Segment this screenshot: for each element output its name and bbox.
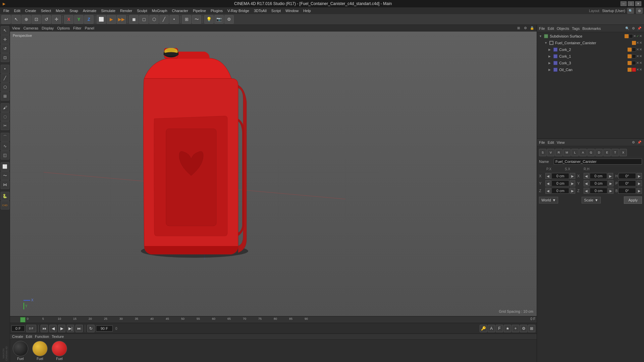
y-size-spin-up[interactable]: ▶ — [608, 180, 613, 186]
z-size-spin-up[interactable]: ▶ — [608, 188, 613, 194]
attr-l-btn[interactable]: L — [571, 149, 579, 156]
vt-panel[interactable]: Panel — [85, 26, 94, 30]
tool-move[interactable]: ⊕ — [21, 15, 31, 24]
p-spin-up[interactable]: ▶ — [637, 180, 642, 186]
subdiv-color-dot[interactable] — [625, 34, 629, 38]
obj-bookmarks[interactable]: Bookmarks — [582, 26, 601, 31]
material-ball-black[interactable] — [13, 341, 28, 356]
vt-cameras[interactable]: Cameras — [23, 26, 39, 30]
model-mode[interactable]: ◼ — [129, 15, 139, 24]
next-frame-btn[interactable]: ▶| — [67, 325, 74, 332]
material-yellow[interactable]: Fuel — [32, 341, 48, 361]
tool-rotate[interactable]: ↺ — [42, 15, 51, 24]
attr-e-btn[interactable]: E — [603, 149, 611, 156]
timeline-grid-btn[interactable]: ⊞ — [528, 325, 535, 332]
close-button[interactable]: ✕ — [635, 1, 641, 6]
obj-row-subdivision[interactable]: ▼ Subdivision Surface ✕ ✓ ✕ — [538, 33, 643, 40]
left-smooth-btn[interactable]: ◌ — [1, 112, 9, 121]
obj-row-cork2[interactable]: ▶ Cork_2 ✕ ✕ — [538, 46, 643, 53]
cork2-x2-icon[interactable]: ✕ — [639, 48, 642, 52]
h-value[interactable]: 0° — [619, 173, 636, 179]
x-size-spin-down[interactable]: ◀ — [584, 173, 589, 179]
menu-create[interactable]: Create — [23, 8, 38, 13]
axis-z[interactable]: Z — [84, 15, 94, 24]
obj-row-cork1[interactable]: ▶ Cork_1 ✕ ✕ — [538, 53, 643, 60]
cork3-color-dot[interactable] — [628, 61, 632, 65]
left-polygon-btn[interactable]: ⬡ — [1, 83, 9, 92]
material-ball-red[interactable] — [52, 341, 67, 356]
cork2-x-icon[interactable]: ✕ — [636, 48, 639, 52]
tool-select[interactable]: ↖ — [11, 15, 21, 24]
current-frame-input[interactable] — [11, 325, 25, 331]
obj-row-cork3[interactable]: ▶ Cork_3 ✕ ✕ — [538, 60, 643, 66]
render-view[interactable]: ▶ — [107, 15, 116, 24]
cork2-color-dot[interactable] — [628, 48, 632, 52]
fuel-x-icon[interactable]: ✕ — [636, 41, 639, 45]
left-cinema-btn[interactable]: C4D — [1, 201, 9, 209]
obj-row-oilcan[interactable]: ▶ Oil_Can ✕ ✕ — [538, 66, 643, 73]
timeline-playhead[interactable] — [20, 317, 25, 322]
left-move-btn[interactable]: ✛ — [1, 35, 9, 44]
y-pos-value[interactable]: 0 cm — [551, 180, 569, 186]
menu-select[interactable]: Select — [39, 8, 53, 13]
frame-input-tiny[interactable]: 0 F — [26, 325, 36, 332]
cork2-material-chip[interactable] — [632, 48, 636, 52]
z-pos-value[interactable]: 0 cm — [551, 188, 569, 194]
tool-transform[interactable]: ✛ — [52, 15, 61, 24]
attr-file[interactable]: File — [539, 140, 545, 144]
b-value[interactable]: 0° — [618, 188, 636, 194]
z-pos-spin-down[interactable]: ◀ — [545, 188, 551, 194]
left-select-btn[interactable]: ↖ — [1, 26, 9, 35]
render-all[interactable]: ▶▶ — [117, 15, 126, 24]
left-bend-btn[interactable]: ⌒ — [1, 133, 9, 141]
y-size-value[interactable]: 0 cm — [590, 180, 607, 186]
x-size-spin-up[interactable]: ▶ — [608, 173, 613, 179]
x-pos-spin-up[interactable]: ▶ — [570, 173, 575, 179]
y-pos-spin-up[interactable]: ▶ — [570, 180, 575, 186]
timeline-star-btn[interactable]: ★ — [504, 325, 511, 332]
menu-character[interactable]: Character — [170, 8, 190, 13]
subdiv-x2-icon[interactable]: ✕ — [639, 34, 642, 38]
obj-file[interactable]: File — [539, 26, 545, 31]
left-mirror-btn[interactable]: ◫ — [1, 151, 9, 160]
tool-scale[interactable]: ⊡ — [32, 15, 41, 24]
y-size-spin-down[interactable]: ◀ — [584, 180, 589, 186]
menu-mesh[interactable]: Mesh — [54, 8, 67, 13]
obj-pin-icon[interactable]: 📌 — [637, 26, 642, 31]
menu-animate[interactable]: Animate — [81, 8, 98, 13]
cork1-color-dot[interactable] — [628, 54, 632, 58]
render-region[interactable]: ⬜ — [97, 15, 106, 24]
subdiv-x-icon[interactable]: ✕ — [633, 34, 636, 38]
render-settings[interactable]: ⚙ — [224, 15, 234, 24]
polygon-mode[interactable]: ⬡ — [149, 15, 159, 24]
material-ball-yellow[interactable] — [32, 341, 48, 356]
attr-view[interactable]: View — [557, 140, 565, 144]
vt-icon-settings[interactable]: ⚙ — [523, 25, 528, 31]
world-dropdown[interactable]: World ▼ — [539, 197, 558, 203]
obj-edit[interactable]: Edit — [548, 26, 554, 31]
x-size-value[interactable]: 0 cm — [590, 173, 607, 179]
material-black[interactable]: Fuel — [12, 341, 29, 361]
menu-sculpt[interactable]: Sculpt — [135, 8, 149, 13]
timeline-f-btn[interactable]: F — [496, 325, 503, 332]
vt-view[interactable]: View — [12, 26, 20, 30]
oilcan-color-dot[interactable] — [628, 68, 632, 72]
timeline-key-btn[interactable]: 🔑 — [480, 325, 487, 332]
material-red[interactable]: Fuel — [51, 341, 68, 361]
b-spin-up[interactable]: ▶ — [637, 188, 642, 194]
attr-s-btn[interactable]: S — [539, 149, 546, 156]
mat-edit[interactable]: Edit — [26, 335, 32, 339]
mat-function[interactable]: Function — [35, 335, 49, 339]
oilcan-expand-icon[interactable]: ▶ — [548, 68, 552, 71]
oilcan-material-chip[interactable] — [632, 68, 636, 72]
cork1-x2-icon[interactable]: ✕ — [639, 54, 642, 58]
settings-icon[interactable]: ⚙ — [636, 8, 643, 14]
left-texture-btn[interactable]: ⬜ — [1, 162, 9, 171]
axis-x[interactable]: X — [64, 15, 73, 24]
scale-dropdown[interactable]: Scale ▼ — [582, 197, 600, 203]
cork1-x-icon[interactable]: ✕ — [636, 54, 639, 58]
p-value[interactable]: 0° — [618, 180, 636, 186]
attr-r-btn[interactable]: R — [555, 149, 562, 156]
attr-edit[interactable]: Edit — [548, 140, 554, 144]
cork3-x2-icon[interactable]: ✕ — [639, 61, 642, 65]
